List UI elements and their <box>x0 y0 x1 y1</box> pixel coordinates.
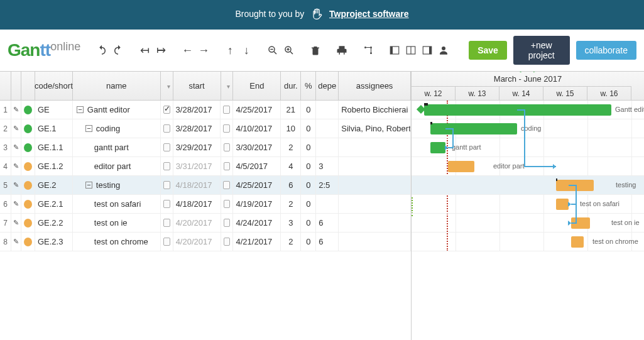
duration-cell[interactable]: 21 <box>281 101 301 119</box>
collapse-icon[interactable]: − <box>85 125 92 132</box>
start-cell[interactable]: 4/18/2017 <box>173 176 221 194</box>
status-dot[interactable] <box>21 233 35 251</box>
table-row[interactable]: 5✎GE.2−testing4/18/20174/25/2017602:5 <box>0 176 411 195</box>
timeline-row[interactable]: coding <box>412 119 644 138</box>
status-dot[interactable] <box>21 214 35 232</box>
end-cell[interactable]: 4/25/2017 <box>233 176 281 194</box>
zoom-out-button[interactable] <box>265 43 280 58</box>
depends-cell[interactable] <box>316 119 339 138</box>
col-start[interactable]: start <box>173 72 221 100</box>
code-cell[interactable]: GE <box>35 101 73 119</box>
percent-cell[interactable]: 0 <box>301 157 316 175</box>
gantt-bar[interactable] <box>556 199 569 210</box>
edit-icon[interactable]: ✎ <box>11 176 21 194</box>
col-end[interactable]: End <box>233 72 281 100</box>
collapse-icon[interactable]: − <box>85 182 92 189</box>
new-project-button[interactable]: +new project <box>513 36 570 65</box>
name-cell[interactable]: −coding <box>73 119 161 138</box>
code-cell[interactable]: GE.2.2 <box>35 214 73 232</box>
end-cell[interactable]: 4/5/2017 <box>233 157 281 175</box>
end-cell[interactable]: 4/19/2017 <box>233 195 281 213</box>
depends-cell[interactable] <box>316 101 339 119</box>
code-cell[interactable]: GE.2.3 <box>35 233 73 251</box>
percent-cell[interactable]: 0 <box>301 233 316 251</box>
duration-cell[interactable]: 10 <box>281 119 301 138</box>
milestone-start-cell[interactable] <box>161 214 173 232</box>
percent-cell[interactable]: 0 <box>301 195 316 213</box>
gantt-bar[interactable] <box>556 180 594 191</box>
duration-cell[interactable]: 2 <box>281 195 301 213</box>
milestone-start-cell[interactable] <box>161 157 173 175</box>
print-button[interactable] <box>334 43 349 58</box>
col-code[interactable]: code/short <box>35 72 73 100</box>
code-cell[interactable]: GE.1.1 <box>35 138 73 156</box>
start-cell[interactable]: 4/20/2017 <box>173 233 221 251</box>
timeline-row[interactable]: test on safari <box>412 195 644 214</box>
col-percent[interactable]: % <box>301 72 316 100</box>
zoom-in-button[interactable] <box>281 43 297 58</box>
edit-icon[interactable]: ✎ <box>11 157 21 175</box>
milestone-start-cell[interactable] <box>161 119 173 138</box>
milestone-end-cell[interactable] <box>221 119 233 138</box>
duration-cell[interactable]: 4 <box>281 157 301 175</box>
depends-cell[interactable]: 3 <box>316 157 339 175</box>
gantt-bar[interactable] <box>448 161 474 172</box>
assignees-cell[interactable]: Silvia, Pino, Robert <box>339 119 411 138</box>
gantt-bar[interactable] <box>430 142 445 153</box>
table-row[interactable]: 1✎GE−Gantt editor3/28/20174/25/2017210Ro… <box>0 101 411 119</box>
move-up-button[interactable]: ↑ <box>222 43 237 58</box>
edit-icon[interactable]: ✎ <box>11 233 21 251</box>
start-cell[interactable]: 3/31/2017 <box>173 157 221 175</box>
start-cell[interactable]: 4/20/2017 <box>173 214 221 232</box>
indent-button[interactable]: → <box>196 43 211 58</box>
redo-button[interactable] <box>111 43 126 58</box>
milestone-end-cell[interactable] <box>221 176 233 194</box>
assignees-cell[interactable] <box>339 195 411 213</box>
split-center-button[interactable] <box>403 43 418 58</box>
sort-icon[interactable]: ▾ <box>167 82 170 89</box>
table-row[interactable]: 2✎GE.1−coding3/28/20174/10/2017100Silvia… <box>0 119 411 138</box>
name-cell[interactable]: test on ie <box>73 214 161 232</box>
assignees-cell[interactable] <box>339 214 411 232</box>
percent-cell[interactable]: 0 <box>301 214 316 232</box>
col-depends[interactable]: depe <box>316 72 339 100</box>
split-left-button[interactable] <box>387 43 402 58</box>
milestone-start-cell[interactable] <box>161 195 173 213</box>
gantt-bar[interactable] <box>430 123 517 134</box>
status-dot[interactable] <box>21 176 35 194</box>
status-dot[interactable] <box>21 195 35 213</box>
collaborate-button[interactable]: collaborate <box>576 41 637 60</box>
percent-cell[interactable]: 0 <box>301 101 316 119</box>
table-row[interactable]: 6✎GE.2.1test on safari4/18/20174/19/2017… <box>0 195 411 214</box>
table-row[interactable]: 3✎GE.1.1gantt part3/29/20173/30/201720 <box>0 138 411 157</box>
status-dot[interactable] <box>21 157 35 175</box>
outdent-button[interactable]: ← <box>180 43 195 58</box>
move-down-button[interactable]: ↓ <box>239 43 254 58</box>
depends-cell[interactable]: 6 <box>316 214 339 232</box>
status-dot[interactable] <box>21 101 35 119</box>
milestone-end-cell[interactable] <box>221 138 234 156</box>
resources-button[interactable] <box>436 43 451 58</box>
percent-cell[interactable]: 0 <box>301 176 316 194</box>
percent-cell[interactable]: 0 <box>301 119 316 138</box>
gantt-bar[interactable] <box>571 236 584 248</box>
edit-icon[interactable]: ✎ <box>11 195 21 213</box>
critical-path-button[interactable] <box>361 43 376 58</box>
milestone-end-cell[interactable] <box>221 214 234 232</box>
assignees-cell[interactable] <box>339 157 411 175</box>
timeline-row[interactable]: Gantt editor <box>412 101 644 119</box>
depends-cell[interactable] <box>316 195 339 213</box>
table-row[interactable]: 4✎GE.1.2editor part3/31/20174/5/2017403 <box>0 157 411 176</box>
edit-icon[interactable]: ✎ <box>11 214 21 232</box>
edit-icon[interactable]: ✎ <box>11 119 21 138</box>
milestone-start-cell[interactable] <box>161 101 173 119</box>
twproject-link[interactable]: Twproject software <box>329 9 409 19</box>
col-duration[interactable]: dur. <box>281 72 301 100</box>
duration-cell[interactable]: 6 <box>281 176 301 194</box>
end-cell[interactable]: 4/21/2017 <box>233 233 281 251</box>
milestone-end-cell[interactable] <box>221 233 234 251</box>
gantt-bar[interactable] <box>424 104 611 116</box>
timeline-row[interactable]: test on ie <box>412 214 644 233</box>
start-cell[interactable]: 3/28/2017 <box>173 119 221 138</box>
status-dot[interactable] <box>21 119 35 138</box>
